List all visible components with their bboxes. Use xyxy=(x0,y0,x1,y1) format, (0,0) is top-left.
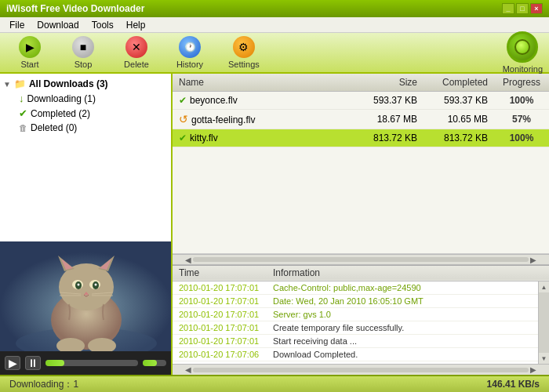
video-progress-bar[interactable] xyxy=(45,360,138,366)
log-row: 2010-01-20 17:07:01Create temporary file… xyxy=(173,321,538,335)
log-scroll[interactable]: 2010-01-20 17:07:01Cache-Control: public… xyxy=(173,281,538,364)
file-progress-cell: 100% xyxy=(494,92,549,110)
cat-preview-svg xyxy=(0,241,171,351)
tree-root[interactable]: ▼ 📁 All Downloads (3) xyxy=(3,77,168,91)
delete-button[interactable]: ✕ Delete xyxy=(113,32,160,73)
collapse-icon[interactable]: ▼ xyxy=(3,80,11,89)
maximize-button[interactable]: □ xyxy=(516,3,529,14)
file-completed-cell: 593.37 KB xyxy=(424,92,494,110)
minimize-button[interactable]: _ xyxy=(502,3,514,14)
log-info: Date: Wed, 20 Jan 2010 16:05:10 GMT xyxy=(267,296,538,307)
play-button[interactable]: ▶ xyxy=(5,356,20,370)
file-progress-cell: 100% xyxy=(494,129,549,147)
toolbar: ▶ Start ■ Stop ✕ Delete 🕐 History ⚙ Sett… xyxy=(0,33,549,74)
log-row: 2010-01-20 17:07:01Date: Wed, 20 Jan 201… xyxy=(173,295,538,308)
file-table-body: ✔beyonce.flv593.37 KB593.37 KB100%↺gotta… xyxy=(173,92,549,147)
close-button[interactable]: × xyxy=(530,3,543,14)
table-row[interactable]: ✔kitty.flv813.72 KB813.72 KB100% xyxy=(173,129,549,147)
download-tree: ▼ 📁 All Downloads (3) ↓ Downloading (1) … xyxy=(0,74,171,241)
pause-button[interactable]: ⏸ xyxy=(25,356,41,370)
menu-help[interactable]: Help xyxy=(120,18,152,32)
table-header-row: Name Size Completed Progress xyxy=(173,74,549,92)
main-content: ▼ 📁 All Downloads (3) ↓ Downloading (1) … xyxy=(0,74,549,375)
history-button[interactable]: 🕐 History xyxy=(166,32,213,73)
log-scroll-left[interactable]: ◀ xyxy=(184,365,193,374)
horizontal-scrollbar[interactable]: ◀ ▶ xyxy=(173,254,549,265)
log-time: 2010-01-20 17:07:06 xyxy=(173,349,267,360)
log-time: 2010-01-20 17:07:01 xyxy=(173,322,267,333)
col-name: Name xyxy=(173,74,353,92)
file-name: gotta-feeling.flv xyxy=(191,114,255,125)
tree-item-completed[interactable]: ✔ Completed (2) xyxy=(3,106,168,121)
file-name: beyonce.flv xyxy=(190,95,238,106)
log-row: 2010-01-20 17:07:06Download Completed. xyxy=(173,348,538,361)
log-col-spacer xyxy=(538,266,549,281)
log-col-time: Time xyxy=(173,266,267,281)
trash-icon: 🗑 xyxy=(19,123,27,132)
menu-file[interactable]: File xyxy=(3,18,31,32)
right-panel: Name Size Completed Progress ✔beyonce.fl… xyxy=(173,74,549,375)
log-row: 2010-01-20 17:07:01Start receiving data … xyxy=(173,335,538,348)
scroll-left-arrow[interactable]: ◀ xyxy=(184,256,193,264)
menu-bar: File Download Tools Help xyxy=(0,17,549,33)
monitoring-label: Monitoring xyxy=(503,64,543,74)
delete-label: Delete xyxy=(124,60,149,69)
log-header: Time Information xyxy=(173,266,549,281)
log-h-track[interactable] xyxy=(193,368,529,372)
file-size-cell: 813.72 KB xyxy=(353,129,424,147)
speed-text: 146.41 KB/s xyxy=(487,379,540,390)
log-info: Cache-Control: public,max-age=24590 xyxy=(267,282,538,293)
log-area: Time Information 2010-01-20 17:07:01Cach… xyxy=(173,265,549,375)
delete-icon: ✕ xyxy=(125,36,147,58)
completed-check-icon: ✔ xyxy=(19,107,27,119)
tree-item-downloading[interactable]: ↓ Downloading (1) xyxy=(3,91,168,106)
start-icon: ▶ xyxy=(19,36,41,58)
file-completed-cell: 10.65 MB xyxy=(424,110,494,129)
log-scroll-up[interactable]: ▲ xyxy=(539,281,549,292)
scroll-right-arrow[interactable]: ▶ xyxy=(529,256,538,264)
monitoring-indicator xyxy=(507,31,538,63)
h-scroll-track[interactable] xyxy=(193,257,529,262)
log-vertical-scrollbar[interactable]: ▲ ▼ xyxy=(538,281,549,364)
stop-label: Stop xyxy=(75,60,93,69)
volume-fill xyxy=(143,360,157,366)
col-size: Size xyxy=(353,74,424,92)
monitoring-inner-circle xyxy=(514,39,530,55)
title-bar: iWisoft Free Video Downloader _ □ × xyxy=(0,0,549,17)
tree-item-completed-label: Completed (2) xyxy=(31,108,90,119)
log-scroll-thumb[interactable] xyxy=(539,292,549,353)
log-scroll-down[interactable]: ▼ xyxy=(539,353,549,364)
menu-tools[interactable]: Tools xyxy=(85,18,120,32)
start-button[interactable]: ▶ Start xyxy=(6,32,53,73)
file-table-container: Name Size Completed Progress ✔beyonce.fl… xyxy=(173,74,549,254)
menu-download[interactable]: Download xyxy=(31,18,85,32)
volume-slider[interactable] xyxy=(143,360,166,366)
download-arrow-icon: ↓ xyxy=(19,93,24,104)
file-name-cell: ↺gotta-feeling.flv xyxy=(173,110,353,129)
log-body-wrapper: 2010-01-20 17:07:01Cache-Control: public… xyxy=(173,281,549,364)
stop-icon: ■ xyxy=(72,36,94,58)
log-horizontal-scrollbar[interactable]: ◀ ▶ xyxy=(173,364,549,375)
history-icon: 🕐 xyxy=(179,36,201,58)
table-row[interactable]: ↺gotta-feeling.flv18.67 MB10.65 MB57% xyxy=(173,110,549,129)
log-info: Server: gvs 1.0 xyxy=(267,309,538,320)
video-controls: ▶ ⏸ xyxy=(0,351,171,375)
table-row[interactable]: ✔beyonce.flv593.37 KB593.37 KB100% xyxy=(173,92,549,110)
settings-button[interactable]: ⚙ Settings xyxy=(220,32,268,73)
tree-item-deleted[interactable]: 🗑 Deleted (0) xyxy=(3,121,168,135)
file-table: Name Size Completed Progress ✔beyonce.fl… xyxy=(173,74,549,147)
file-name-cell: ✔kitty.flv xyxy=(173,129,353,147)
log-info: Create temporary file successfully. xyxy=(267,322,538,333)
col-completed: Completed xyxy=(424,74,494,92)
col-progress: Progress xyxy=(494,74,549,92)
status-bar: Downloading：1 146.41 KB/s xyxy=(0,375,549,392)
window-controls[interactable]: _ □ × xyxy=(502,3,543,14)
stop-button[interactable]: ■ Stop xyxy=(60,32,107,73)
log-scroll-right[interactable]: ▶ xyxy=(529,365,538,374)
file-status-icon: ↺ xyxy=(179,113,188,125)
file-status-icon: ✔ xyxy=(179,132,187,143)
tree-item-downloading-label: Downloading (1) xyxy=(27,93,96,104)
video-image xyxy=(0,241,171,351)
left-panel: ▼ 📁 All Downloads (3) ↓ Downloading (1) … xyxy=(0,74,173,375)
app-title: iWisoft Free Video Downloader xyxy=(6,3,144,14)
